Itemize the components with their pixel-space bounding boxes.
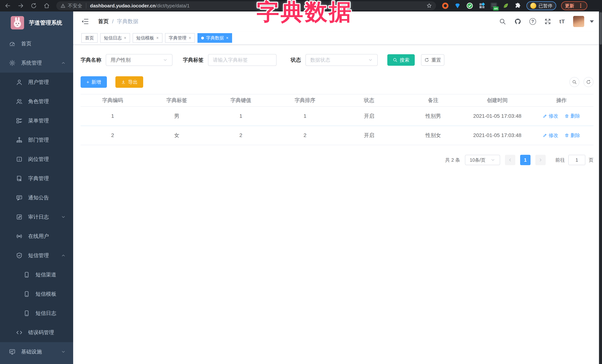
scrollbar-thumb[interactable] xyxy=(600,12,602,45)
goto-page-input[interactable] xyxy=(568,155,585,165)
bookmark-star-icon[interactable] xyxy=(426,3,432,9)
chevron-up-icon xyxy=(61,61,66,65)
help-icon[interactable]: ? xyxy=(529,18,536,25)
extension-donut-icon[interactable] xyxy=(441,2,449,10)
sidebar-item-online-users[interactable]: 在线用户 xyxy=(0,227,73,246)
next-page-button[interactable] xyxy=(535,155,546,165)
refresh-icon xyxy=(424,58,429,62)
page-unit-label: 页 xyxy=(589,157,593,163)
edit-pencil-icon xyxy=(543,114,547,118)
sidebar-item-sms-template[interactable]: 短信模板 xyxy=(0,284,73,304)
search-button[interactable]: 搜索 xyxy=(387,54,415,66)
reload-icon xyxy=(31,3,37,9)
dict-name-select[interactable]: 用户性别 xyxy=(106,54,172,66)
profile-emoji-icon xyxy=(530,3,536,9)
edit-link[interactable]: 修改 xyxy=(543,113,558,119)
tab-dict-data[interactable]: 字典数据 × xyxy=(197,33,232,43)
search-icon[interactable] xyxy=(499,18,506,25)
reset-button[interactable]: 重置 xyxy=(421,54,444,66)
tags-view-bar: 首页 短信日志 × 短信模板 × 字典管理 × 字典数据 × xyxy=(73,31,602,45)
sidebar-item-sms-management[interactable]: 短信管理 xyxy=(0,246,73,265)
browser-update-button[interactable]: 更新 ⋮ xyxy=(561,1,587,10)
dict-name-label: 字典名称 xyxy=(81,56,101,63)
sidebar-item-system-management[interactable]: 系统管理 xyxy=(0,53,73,73)
extension-leaf-icon[interactable] xyxy=(502,2,509,10)
avatar-caret-icon[interactable] xyxy=(590,20,594,23)
sidebar-item-department-management[interactable]: 部门管理 xyxy=(0,130,73,150)
app-logo-row[interactable]: 芋道管理系统 xyxy=(0,11,73,34)
sidebar-item-error-code-management[interactable]: 错误码管理 xyxy=(0,323,73,342)
text-size-icon[interactable]: tT xyxy=(559,18,565,25)
close-icon[interactable]: × xyxy=(189,36,191,40)
browser-reload-button[interactable] xyxy=(29,0,39,11)
extension-switch-icon[interactable]: on xyxy=(491,2,497,9)
status-value: 开启 xyxy=(337,126,401,145)
tab-home[interactable]: 首页 xyxy=(81,33,98,43)
plus-icon: + xyxy=(86,79,89,85)
sidebar-item-role-management[interactable]: 角色管理 xyxy=(0,92,73,111)
trash-icon xyxy=(565,133,569,137)
browser-home-button[interactable] xyxy=(42,0,52,11)
add-button[interactable]: + 新增 xyxy=(81,76,107,88)
col-dict-label: 字典标签 xyxy=(145,94,209,106)
status-label: 状态 xyxy=(291,56,301,63)
edit-link[interactable]: 修改 xyxy=(543,132,558,139)
tab-dict-management[interactable]: 字典管理 × xyxy=(165,33,195,43)
refresh-table-button[interactable] xyxy=(583,77,593,87)
sidebar-collapse-icon[interactable] xyxy=(81,18,89,25)
sidebar-item-audit-log[interactable]: 审计日志 xyxy=(0,207,73,227)
col-status: 状态 xyxy=(337,94,401,106)
extension-grid-icon[interactable] xyxy=(478,2,486,10)
org-tree-icon xyxy=(16,137,22,143)
sidebar-item-notice-announcement[interactable]: 通知公告 xyxy=(0,188,73,207)
sidebar-item-user-management[interactable]: 用户管理 xyxy=(0,73,73,92)
prev-page-button[interactable] xyxy=(505,155,515,165)
dict-label-input[interactable]: 请输入字典标签 xyxy=(208,54,277,66)
close-icon[interactable]: × xyxy=(226,36,229,40)
sidebar-item-menu-management[interactable]: 菜单管理 xyxy=(0,111,73,130)
address-bar[interactable]: 不安全 dashboard.yudao.iocoder.cn /dict/typ… xyxy=(56,1,436,10)
sidebar-item-dict-management[interactable]: 字典管理 xyxy=(0,169,73,188)
delete-link[interactable]: 删除 xyxy=(565,113,580,119)
url-domain: dashboard.yudao.iocoder.cn xyxy=(90,3,156,9)
export-button[interactable]: 导出 xyxy=(115,76,143,88)
extension-check-icon[interactable] xyxy=(466,2,473,10)
app-logo-image xyxy=(11,16,24,30)
page-size-select[interactable]: 10条/页 xyxy=(465,155,500,165)
profile-paused-badge[interactable]: 已暂停 xyxy=(527,1,556,10)
sidebar-item-sms-log[interactable]: 短信日志 xyxy=(0,304,73,323)
page-number-current[interactable]: 1 xyxy=(520,155,530,165)
close-icon[interactable]: × xyxy=(156,36,159,40)
fullscreen-icon[interactable] xyxy=(544,18,551,25)
show-search-toggle-button[interactable] xyxy=(570,77,580,87)
breadcrumb-home[interactable]: 首页 xyxy=(98,18,109,25)
close-icon[interactable]: × xyxy=(124,36,126,40)
sidebar-item-home[interactable]: 首页 xyxy=(0,34,73,53)
goto-label: 前往 xyxy=(555,157,565,163)
user-avatar[interactable] xyxy=(573,16,584,27)
breadcrumb: 首页 / 字典数据 xyxy=(98,18,138,25)
sidebar-item-infrastructure[interactable]: 基础设施 xyxy=(0,342,73,361)
extension-gem-icon[interactable] xyxy=(454,2,461,10)
tab-sms-template[interactable]: 短信模板 × xyxy=(133,33,162,43)
extensions-puzzle-icon[interactable] xyxy=(514,2,522,10)
sidebar: 芋道管理系统 首页 系统管理 用户管理 角色管理 菜单管理 xyxy=(0,11,73,364)
sidebar-item-sms-channel[interactable]: 短信渠道 xyxy=(0,265,73,284)
chevron-down-icon xyxy=(163,58,168,62)
shield-check-icon xyxy=(16,252,22,259)
browser-menu-icon[interactable]: ⋮ xyxy=(578,3,583,9)
sidebar-item-post-management[interactable]: 岗位管理 xyxy=(0,150,73,169)
browser-back-button[interactable] xyxy=(3,0,13,11)
security-label[interactable]: 不安全 xyxy=(68,3,82,9)
delete-link[interactable]: 删除 xyxy=(565,132,580,139)
browser-forward-button[interactable] xyxy=(16,0,26,11)
address-divider xyxy=(86,3,86,9)
badge-icon xyxy=(16,156,22,163)
gear-icon xyxy=(9,60,16,66)
announcement-icon xyxy=(16,194,22,201)
online-users-icon xyxy=(16,233,22,239)
page-scrollbar[interactable] xyxy=(599,11,602,364)
tab-sms-log[interactable]: 短信日志 × xyxy=(100,33,130,43)
github-icon[interactable] xyxy=(514,18,521,25)
status-select[interactable]: 数据状态 xyxy=(305,54,378,66)
